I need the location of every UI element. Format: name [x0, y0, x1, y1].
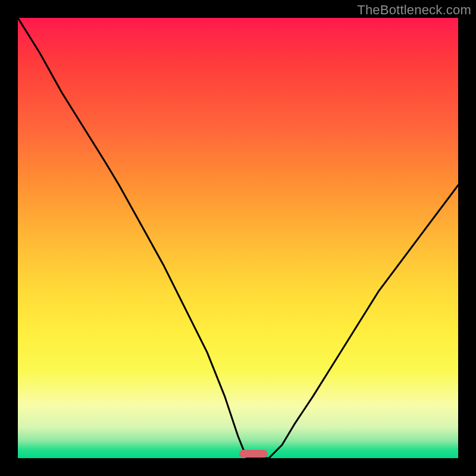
bottleneck-curve	[18, 18, 458, 458]
chart-frame: TheBottleneck.com	[0, 0, 476, 476]
watermark-text: TheBottleneck.com	[357, 2, 471, 18]
plot-area	[18, 18, 458, 458]
optimum-marker	[239, 450, 268, 458]
